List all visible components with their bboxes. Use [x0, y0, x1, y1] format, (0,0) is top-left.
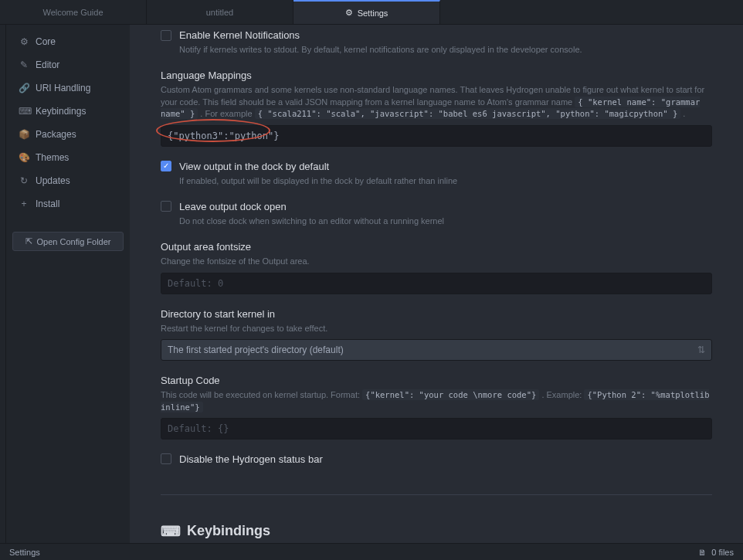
settings-icon: ⚙: [345, 8, 353, 18]
keyboard-icon: ⌨: [19, 106, 29, 117]
settings-panel: Enable Kernel Notifications Notify if ke…: [130, 25, 743, 543]
keybindings-heading: ⌨ Keybindings: [161, 523, 712, 540]
tab-label: untitled: [206, 8, 233, 17]
setting-desc: If enabled, output will be displayed in …: [179, 175, 712, 187]
status-left: Settings: [9, 548, 40, 557]
setting-desc: Do not close dock when switching to an e…: [179, 216, 712, 227]
setting-desc: Notify if kernels writes to stdout. By d…: [179, 44, 712, 56]
setting-desc: Custom Atom grammars and some kernels us…: [161, 84, 712, 120]
chevron-updown-icon: ⇅: [697, 344, 705, 355]
tab-label: Welcome Guide: [42, 8, 103, 17]
start-directory-select[interactable]: The first started project's directory (d…: [161, 339, 712, 361]
package-icon: 📦: [19, 129, 29, 140]
leave-output-dock-checkbox[interactable]: [161, 201, 171, 212]
view-output-dock-checkbox[interactable]: [161, 161, 171, 171]
tab-settings[interactable]: ⚙ Settings: [293, 0, 440, 24]
disable-status-bar-checkbox[interactable]: [161, 453, 171, 464]
tab-label: Settings: [358, 8, 388, 18]
setting-label: Language Mappings: [161, 70, 252, 81]
setting-desc: Restart the kernel for changes to take e…: [161, 323, 712, 334]
sidebar-item-label: Keybindings: [36, 106, 86, 117]
sidebar-item-label: URI Handling: [36, 83, 90, 93]
setting-label: Directory to start kernel in: [161, 308, 275, 320]
sidebar-item-install[interactable]: + Install: [12, 193, 124, 215]
setting-label: Enable Kernel Notifications: [179, 29, 300, 41]
output-fontsize-input[interactable]: [161, 273, 712, 294]
setting-label: Startup Code: [161, 375, 220, 386]
setting-label: Output area fontsize: [161, 241, 251, 253]
open-config-folder-button[interactable]: ⇱ Open Config Folder: [12, 232, 124, 251]
refresh-icon: ↻: [19, 175, 29, 186]
button-label: Open Config Folder: [37, 237, 111, 246]
keyboard-icon: ⌨: [161, 523, 181, 540]
sidebar-item-uri[interactable]: 🔗 URI Handling: [12, 77, 124, 99]
sidebar-item-keybindings[interactable]: ⌨ Keybindings: [12, 100, 124, 122]
tab-bar: Welcome Guide untitled ⚙ Settings: [0, 0, 743, 25]
startup-code-input[interactable]: [161, 418, 712, 440]
sidebar-item-themes[interactable]: 🎨 Themes: [12, 147, 124, 168]
external-link-icon: ⇱: [25, 236, 32, 246]
setting-label: Leave output dock open: [179, 201, 287, 212]
sidebar-item-label: Packages: [36, 129, 76, 140]
language-mappings-input[interactable]: [161, 125, 712, 147]
sidebar-item-updates[interactable]: ↻ Updates: [12, 170, 124, 192]
tab-welcome-guide[interactable]: Welcome Guide: [0, 0, 147, 24]
link-icon: 🔗: [19, 83, 29, 93]
sidebar-item-label: Core: [36, 36, 56, 47]
status-bar: Settings 🗎 0 files: [0, 543, 743, 560]
sidebar-item-editor[interactable]: ✎ Editor: [12, 54, 124, 76]
enable-kernel-notifications-checkbox[interactable]: [161, 30, 171, 41]
setting-label: View output in the dock by default: [179, 161, 329, 172]
sidebar-item-packages[interactable]: 📦 Packages: [12, 124, 124, 145]
file-icon: 🗎: [698, 548, 707, 557]
sidebar-item-label: Install: [36, 199, 59, 209]
status-files: 0 files: [711, 548, 734, 557]
setting-label: Disable the Hydrogen status bar: [179, 453, 323, 465]
gear-icon: ⚙: [19, 36, 29, 47]
left-gutter: [0, 25, 6, 543]
sidebar-item-label: Themes: [36, 152, 69, 163]
tab-untitled[interactable]: untitled: [147, 0, 293, 24]
sidebar-item-label: Editor: [36, 59, 59, 70]
setting-desc: Change the fontsize of the Output area.: [161, 256, 712, 267]
settings-sidebar: ⚙ Core ✎ Editor 🔗 URI Handling ⌨ Keybind…: [6, 25, 130, 543]
select-value: The first started project's directory (d…: [168, 344, 344, 355]
sidebar-item-label: Updates: [36, 175, 70, 186]
sidebar-item-core[interactable]: ⚙ Core: [12, 31, 124, 53]
setting-desc: This code will be executed on kernel sta…: [161, 389, 712, 413]
palette-icon: 🎨: [19, 152, 29, 163]
pencil-icon: ✎: [19, 59, 29, 70]
plus-icon: +: [19, 199, 29, 209]
